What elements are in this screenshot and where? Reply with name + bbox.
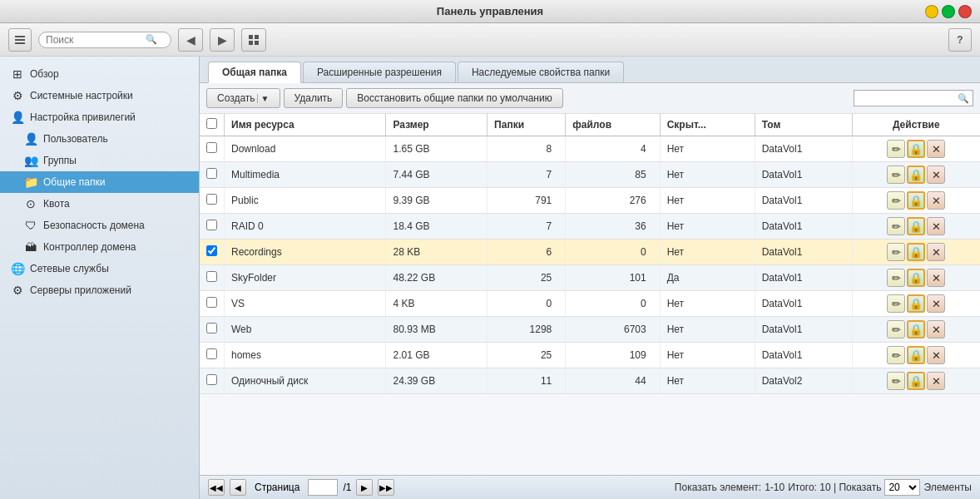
row-checkbox[interactable]	[206, 142, 217, 153]
last-page-button[interactable]: ▶▶	[378, 479, 394, 496]
edit-button[interactable]: ✏	[887, 243, 905, 261]
delete-button[interactable]: ✕	[927, 269, 945, 287]
row-checkbox[interactable]	[206, 168, 217, 179]
sidebar-item-network-services[interactable]: 🌐 Сетевые службы	[0, 258, 199, 279]
row-checkbox[interactable]	[206, 297, 217, 308]
delete-button[interactable]: ✕	[927, 372, 945, 390]
sidebar-item-quota[interactable]: ⊙ Квота	[0, 193, 199, 215]
help-button[interactable]: ?	[948, 28, 972, 52]
permissions-button[interactable]: 🔒	[907, 294, 925, 313]
sidebar-item-groups[interactable]: 👥 Группы	[0, 150, 199, 171]
sidebar-item-domain-controller[interactable]: 🏔 Контроллер домена	[0, 236, 199, 258]
table-row: Web 80.93 MB 1298 6703 Нет DataVol1 ✏ 🔒 …	[200, 317, 980, 343]
row-checkbox[interactable]	[206, 194, 217, 205]
row-checkbox-cell	[200, 317, 225, 343]
grid-button[interactable]	[241, 28, 266, 52]
sidebar-item-domain-security[interactable]: 🛡 Безопасность домена	[0, 215, 199, 236]
sidebar-item-user[interactable]: 👤 Пользователь	[0, 128, 199, 150]
row-size: 7.44 GB	[386, 162, 488, 188]
toolbar: 🔍 ◀ ▶ ?	[0, 23, 980, 57]
permissions-button[interactable]: 🔒	[907, 269, 925, 287]
row-checkbox-cell	[200, 214, 225, 240]
row-folders: 11	[488, 368, 566, 394]
delete-button[interactable]: Удалить	[284, 88, 344, 108]
first-page-button[interactable]: ◀◀	[208, 479, 225, 496]
sidebar-item-shared-folders[interactable]: 📁 Общие папки	[0, 171, 199, 193]
titlebar: Панель управления	[0, 0, 980, 23]
row-checkbox[interactable]	[206, 374, 217, 385]
create-button[interactable]: Создать ▼	[206, 88, 280, 108]
table-row: SkyFolder 48.22 GB 25 101 Да DataVol1 ✏ …	[200, 265, 980, 291]
row-name: homes	[225, 343, 386, 368]
permissions-button[interactable]: 🔒	[907, 372, 925, 390]
forward-button[interactable]: ▶	[210, 28, 235, 52]
restore-button[interactable]: Восстановить общие папки по умолчанию	[346, 88, 562, 108]
per-page-select[interactable]: 20 50 100	[884, 479, 920, 496]
search-input[interactable]	[46, 34, 146, 46]
row-checkbox-cell	[200, 240, 225, 265]
select-all-checkbox[interactable]	[206, 118, 217, 129]
permissions-button[interactable]: 🔒	[907, 346, 925, 364]
edit-button[interactable]: ✏	[887, 320, 905, 338]
next-page-button[interactable]: ▶	[356, 479, 373, 496]
row-checkbox[interactable]	[206, 348, 217, 359]
edit-button[interactable]: ✏	[887, 269, 905, 287]
tab-shared-folder[interactable]: Общая папка	[208, 62, 301, 83]
edit-button[interactable]: ✏	[887, 217, 905, 235]
row-checkbox[interactable]	[206, 220, 217, 230]
sidebar-item-privilege-settings[interactable]: 👤 Настройка привилегий	[0, 106, 199, 128]
edit-button[interactable]: ✏	[887, 166, 905, 184]
row-checkbox[interactable]	[206, 245, 217, 256]
table-search-input[interactable]	[858, 92, 958, 104]
permissions-button[interactable]: 🔒	[907, 191, 925, 210]
edit-button[interactable]: ✏	[887, 140, 905, 158]
menu-button[interactable]	[8, 28, 32, 52]
shared-folders-table: Имя ресурса Размер Папки файлов Скрыт...…	[200, 114, 980, 394]
row-folders: 25	[488, 343, 566, 368]
sidebar-item-system-settings[interactable]: ⚙ Системные настройки	[0, 85, 199, 106]
row-actions: ✏ 🔒 ✕	[852, 214, 980, 240]
back-button[interactable]: ◀	[178, 28, 203, 52]
sidebar-label-quota: Квота	[43, 198, 70, 210]
domain-security-icon: 🛡	[23, 219, 38, 232]
delete-button[interactable]: ✕	[927, 140, 945, 158]
delete-button[interactable]: ✕	[927, 191, 945, 210]
svg-rect-4	[255, 35, 259, 39]
prev-page-button[interactable]: ◀	[230, 479, 246, 496]
sidebar-label-user: Пользователь	[43, 133, 108, 145]
table-search-icon: 🔍	[958, 93, 969, 104]
row-checkbox[interactable]	[206, 323, 217, 333]
maximize-button[interactable]	[942, 5, 955, 18]
row-hidden: Нет	[660, 136, 755, 162]
tab-folder-properties[interactable]: Наследуемые свойства папки	[458, 62, 624, 82]
permissions-button[interactable]: 🔒	[907, 140, 925, 158]
delete-button[interactable]: ✕	[927, 243, 945, 261]
svg-rect-0	[15, 36, 25, 37]
delete-button[interactable]: ✕	[927, 217, 945, 235]
edit-button[interactable]: ✏	[887, 191, 905, 210]
permissions-button[interactable]: 🔒	[907, 243, 925, 261]
edit-button[interactable]: ✏	[887, 346, 905, 364]
svg-rect-3	[249, 35, 253, 39]
tab-advanced-permissions[interactable]: Расширенные разрешения	[303, 62, 456, 82]
edit-button[interactable]: ✏	[887, 372, 905, 390]
delete-button[interactable]: ✕	[927, 294, 945, 313]
row-files: 276	[566, 188, 660, 214]
edit-button[interactable]: ✏	[887, 294, 905, 313]
minimize-button[interactable]	[925, 5, 938, 18]
row-name: SkyFolder	[225, 265, 386, 291]
close-button[interactable]	[958, 5, 972, 18]
sidebar-item-overview[interactable]: ⊞ Обзор	[0, 63, 199, 85]
row-checkbox[interactable]	[206, 271, 217, 282]
permissions-button[interactable]: 🔒	[907, 320, 925, 338]
row-name: RAID 0	[225, 214, 386, 240]
delete-button[interactable]: ✕	[927, 320, 945, 338]
privilege-settings-icon: 👤	[10, 111, 25, 124]
delete-button[interactable]: ✕	[927, 346, 945, 364]
delete-button[interactable]: ✕	[927, 166, 945, 184]
row-volume: DataVol1	[755, 265, 852, 291]
permissions-button[interactable]: 🔒	[907, 166, 925, 184]
page-number-input[interactable]: 1	[308, 479, 338, 496]
permissions-button[interactable]: 🔒	[907, 217, 925, 235]
sidebar-item-app-servers[interactable]: ⚙ Серверы приложений	[0, 279, 199, 301]
